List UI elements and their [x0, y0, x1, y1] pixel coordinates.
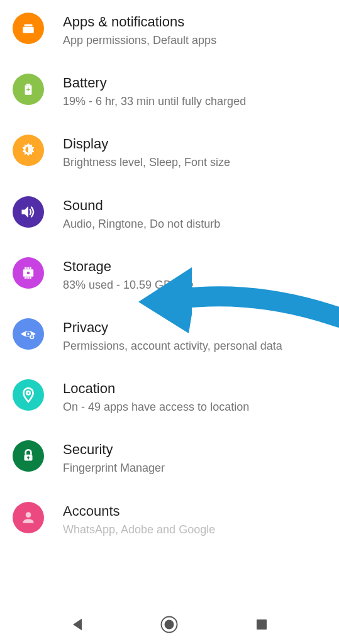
item-title: Battery: [63, 75, 326, 91]
svg-rect-12: [26, 277, 28, 279]
svg-rect-13: [28, 277, 30, 279]
svg-rect-10: [30, 267, 31, 269]
item-text: Location On - 49 apps have access to loc…: [63, 379, 326, 415]
apps-icon: [13, 13, 44, 44]
svg-rect-2: [26, 84, 31, 86]
settings-list: Apps & notifications App permissions, De…: [0, 0, 339, 550]
settings-item-storage[interactable]: Storage 83% used - 10.59 GB free: [0, 245, 339, 306]
item-text: Privacy Permissions, account activity, p…: [63, 318, 326, 354]
item-subtitle: Audio, Ringtone, Do not disturb: [63, 216, 326, 232]
item-subtitle: 83% used - 10.59 GB free: [63, 277, 326, 293]
item-subtitle: Permissions, account activity, personal …: [63, 338, 326, 354]
location-icon: [13, 379, 44, 411]
item-title: Apps & notifications: [63, 14, 326, 30]
item-subtitle: 19% - 6 hr, 33 min until fully charged: [63, 94, 326, 109]
item-text: Display Brightness level, Sleep, Font si…: [63, 135, 326, 170]
settings-item-sound[interactable]: Sound Audio, Ringtone, Do not disturb: [0, 184, 339, 245]
recent-button[interactable]: [246, 609, 277, 640]
item-subtitle: Brightness level, Sleep, Font size: [63, 155, 326, 170]
item-subtitle: WhatsApp, Adobe and Google: [63, 522, 326, 538]
display-icon: [13, 135, 44, 166]
accounts-icon: [13, 502, 44, 533]
item-title: Location: [63, 380, 326, 397]
item-title: Display: [63, 136, 326, 152]
back-button[interactable]: [62, 609, 93, 640]
item-title: Security: [63, 441, 326, 458]
svg-point-17: [27, 333, 30, 335]
svg-rect-14: [30, 277, 31, 279]
settings-item-battery[interactable]: + Battery 19% - 6 hr, 33 min until fully…: [0, 61, 339, 122]
privacy-icon: [13, 318, 44, 350]
item-subtitle: On - 49 apps have access to location: [63, 399, 326, 415]
item-title: Accounts: [63, 503, 326, 519]
settings-item-location[interactable]: Location On - 49 apps have access to loc…: [0, 367, 339, 428]
item-text: Security Fingerprint Manager: [63, 440, 326, 476]
svg-text:+: +: [26, 86, 30, 94]
sound-icon: [13, 196, 44, 228]
battery-icon: +: [13, 74, 44, 105]
svg-rect-1: [25, 25, 33, 26]
svg-point-20: [26, 391, 30, 394]
svg-rect-27: [257, 619, 267, 630]
item-subtitle: Fingerprint Manager: [63, 460, 326, 476]
storage-icon: [13, 257, 44, 289]
svg-rect-7: [25, 267, 26, 269]
item-text: Sound Audio, Ringtone, Do not disturb: [63, 196, 326, 232]
item-title: Storage: [63, 258, 326, 275]
security-icon: [13, 440, 44, 472]
svg-rect-19: [31, 336, 33, 338]
svg-rect-9: [28, 267, 30, 269]
item-text: Storage 83% used - 10.59 GB free: [63, 257, 326, 293]
svg-rect-8: [26, 267, 28, 269]
settings-item-security[interactable]: Security Fingerprint Manager: [0, 428, 339, 489]
item-text: Battery 19% - 6 hr, 33 min until fully c…: [63, 74, 326, 109]
svg-rect-23: [28, 457, 29, 459]
item-title: Privacy: [63, 319, 326, 336]
svg-point-26: [165, 620, 174, 630]
navigation-bar: [0, 605, 339, 644]
svg-point-15: [27, 271, 30, 274]
item-title: Sound: [63, 197, 326, 214]
item-text: Accounts WhatsApp, Adobe and Google: [63, 502, 326, 538]
home-button[interactable]: [153, 609, 185, 640]
svg-rect-0: [23, 27, 33, 33]
settings-item-display[interactable]: Display Brightness level, Sleep, Font si…: [0, 122, 339, 183]
settings-item-accounts[interactable]: Accounts WhatsApp, Adobe and Google: [0, 489, 339, 550]
item-text: Apps & notifications App permissions, De…: [63, 13, 326, 48]
svg-rect-11: [25, 277, 26, 279]
settings-item-apps[interactable]: Apps & notifications App permissions, De…: [0, 0, 339, 61]
item-subtitle: App permissions, Default apps: [63, 33, 326, 48]
svg-point-24: [26, 512, 31, 518]
settings-item-privacy[interactable]: Privacy Permissions, account activity, p…: [0, 306, 339, 367]
